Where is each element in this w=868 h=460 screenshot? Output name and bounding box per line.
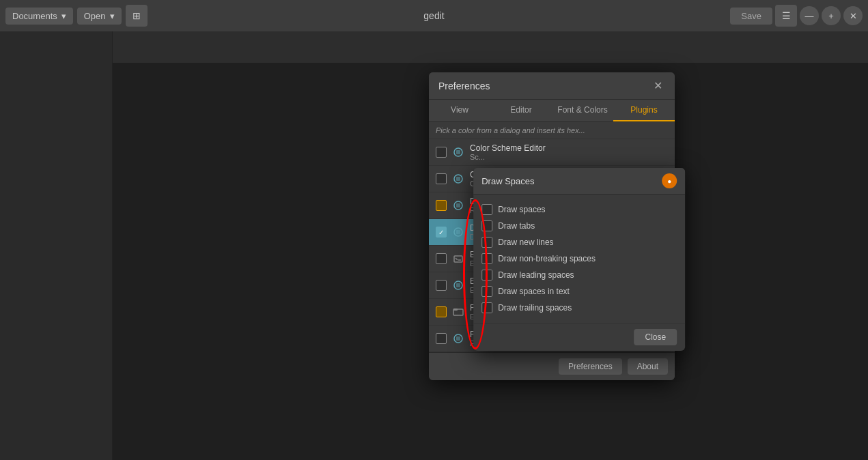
- minimize-icon: —: [805, 11, 814, 21]
- plugin-icon-find-in-files: [452, 332, 464, 345]
- open-label: Open: [84, 11, 106, 21]
- draw-spaces-check-draw-spaces[interactable]: [481, 204, 492, 215]
- tab-font-colors[interactable]: Font & Colors: [552, 100, 613, 121]
- save-button[interactable]: Save: [730, 8, 772, 25]
- plugin-check-file-browser[interactable]: [436, 306, 447, 317]
- draw-spaces-footer: Close: [473, 323, 685, 351]
- plugin-check-embed-term[interactable]: [436, 253, 447, 264]
- plugin-icon-file-browser: [452, 306, 464, 318]
- open-button[interactable]: Open ▾: [77, 8, 122, 25]
- draw-spaces-check-draw-new-lines[interactable]: [481, 237, 492, 248]
- preferences-close-button[interactable]: ✕: [651, 79, 665, 92]
- draw-spaces-titlebar: Draw Spaces ●: [473, 168, 685, 195]
- plugin-icon-embed-term: [452, 253, 464, 265]
- preferences-footer: Preferences About: [429, 352, 675, 380]
- tab-plugins[interactable]: Plugins: [613, 100, 675, 121]
- plugin-info-color-scheme-editor: Color Scheme Editor Sc...: [470, 143, 668, 161]
- sidebar: [0, 31, 113, 460]
- plugin-check-draw-spaces-d[interactable]: [436, 200, 447, 211]
- plugin-icon-color-picker: [452, 173, 464, 185]
- new-tab-icon: ⊞: [132, 10, 141, 21]
- draw-spaces-title: Draw Spaces: [481, 176, 534, 186]
- preferences-title: Preferences: [438, 81, 490, 91]
- draw-spaces-label-draw-tabs: Draw tabs: [498, 221, 535, 231]
- draw-spaces-label-draw-new-lines: Draw new lines: [498, 238, 553, 247]
- draw-spaces-check-draw-tabs[interactable]: [481, 220, 492, 231]
- draw-spaces-check-draw-spaces-in-text[interactable]: [481, 286, 492, 297]
- documents-label: Documents: [12, 11, 57, 21]
- titlebar-left: Documents ▾ Open ▾ ⊞: [5, 5, 148, 27]
- draw-spaces-option-draw-tabs: Draw tabs: [481, 218, 677, 234]
- tab-view[interactable]: View: [429, 100, 490, 121]
- hamburger-icon: ☰: [782, 10, 791, 21]
- titlebar: Documents ▾ Open ▾ ⊞ gedit Save ☰ — + ✕: [0, 0, 868, 31]
- svg-rect-8: [454, 256, 462, 262]
- plugin-check-find-in-files[interactable]: [436, 333, 447, 344]
- plugin-row-color-scheme-editor: Color Scheme Editor Sc...: [429, 139, 675, 166]
- app-title: gedit: [423, 10, 444, 21]
- close-button[interactable]: ✕: [843, 6, 863, 25]
- draw-spaces-option-draw-trailing: Draw trailing spaces: [481, 300, 677, 316]
- svg-rect-14: [453, 308, 458, 311]
- tab-editor[interactable]: Editor: [490, 100, 552, 121]
- svg-rect-7: [456, 230, 460, 234]
- svg-line-9: [456, 258, 458, 260]
- minimize-button[interactable]: —: [800, 6, 819, 25]
- draw-spaces-check-draw-trailing[interactable]: [481, 302, 492, 313]
- draw-spaces-label-draw-non-breaking: Draw non-breaking spaces: [498, 254, 596, 263]
- plugin-icon-draw-spaces-d: [452, 199, 464, 212]
- draw-spaces-check-draw-leading[interactable]: [481, 270, 492, 281]
- new-tab-button[interactable]: ⊞: [126, 5, 148, 27]
- draw-spaces-option-draw-leading: Draw leading spaces: [481, 267, 677, 283]
- preferences-titlebar: Preferences ✕: [429, 72, 675, 100]
- maximize-button[interactable]: +: [822, 6, 841, 25]
- draw-spaces-label-draw-trailing: Draw trailing spaces: [498, 303, 572, 313]
- draw-spaces-option-draw-spaces: Draw spaces: [481, 201, 677, 218]
- svg-rect-5: [456, 203, 460, 207]
- plugin-check-draw-spaces[interactable]: [436, 227, 447, 238]
- maximize-icon: +: [828, 11, 834, 21]
- svg-rect-1: [456, 150, 460, 154]
- app-title-text: gedit: [423, 10, 444, 21]
- plugin-icon-draw-spaces: [452, 226, 464, 238]
- draw-spaces-label-draw-leading: Draw leading spaces: [498, 270, 574, 280]
- plugin-icon-external-tools: [452, 279, 464, 291]
- plugins-top-desc: Pick a color from a dialog and insert it…: [429, 122, 675, 139]
- draw-spaces-content: Draw spaces Draw tabs Draw new lines Dra…: [473, 195, 685, 323]
- save-label: Save: [741, 11, 761, 21]
- plugin-icon-color-scheme-editor: [452, 146, 464, 158]
- documents-button[interactable]: Documents ▾: [5, 8, 73, 25]
- draw-spaces-check-draw-non-breaking[interactable]: [481, 253, 492, 264]
- svg-rect-12: [456, 283, 460, 287]
- preferences-footer-about-button[interactable]: About: [628, 358, 668, 375]
- plugin-name-color-scheme-editor: Color Scheme Editor: [470, 143, 668, 153]
- svg-rect-16: [456, 336, 460, 341]
- draw-spaces-option-draw-new-lines: Draw new lines: [481, 234, 677, 250]
- close-icon: ✕: [850, 11, 857, 21]
- preferences-tabs: View Editor Font & Colors Plugins: [429, 100, 675, 122]
- draw-spaces-option-draw-spaces-in-text: Draw spaces in text: [481, 283, 677, 300]
- plugin-desc-color-scheme-editor: Sc...: [470, 153, 668, 161]
- draw-spaces-dialog: Draw Spaces ● Draw spaces Draw tabs Draw…: [473, 168, 685, 351]
- documents-dropdown-icon: ▾: [61, 11, 66, 21]
- pref-close-icon: ✕: [654, 80, 662, 91]
- preferences-footer-preferences-button[interactable]: Preferences: [559, 358, 622, 375]
- titlebar-right: Save ☰ — + ✕: [730, 5, 863, 27]
- draw-spaces-label-draw-spaces: Draw spaces: [498, 205, 545, 214]
- open-dropdown-icon: ▾: [110, 11, 115, 21]
- hamburger-menu-button[interactable]: ☰: [775, 5, 797, 27]
- plugin-check-color-scheme-editor[interactable]: [436, 147, 447, 158]
- plugin-check-external-tools[interactable]: [436, 280, 447, 291]
- draw-spaces-icon: ●: [662, 173, 677, 188]
- draw-spaces-option-draw-non-breaking: Draw non-breaking spaces: [481, 250, 677, 267]
- draw-spaces-close-button[interactable]: Close: [634, 329, 677, 345]
- plugin-check-color-picker[interactable]: [436, 173, 447, 184]
- draw-spaces-label-draw-spaces-in-text: Draw spaces in text: [498, 287, 570, 296]
- svg-rect-3: [456, 177, 460, 181]
- main-area: Preferences ✕ View Editor Font & Colors …: [0, 31, 868, 460]
